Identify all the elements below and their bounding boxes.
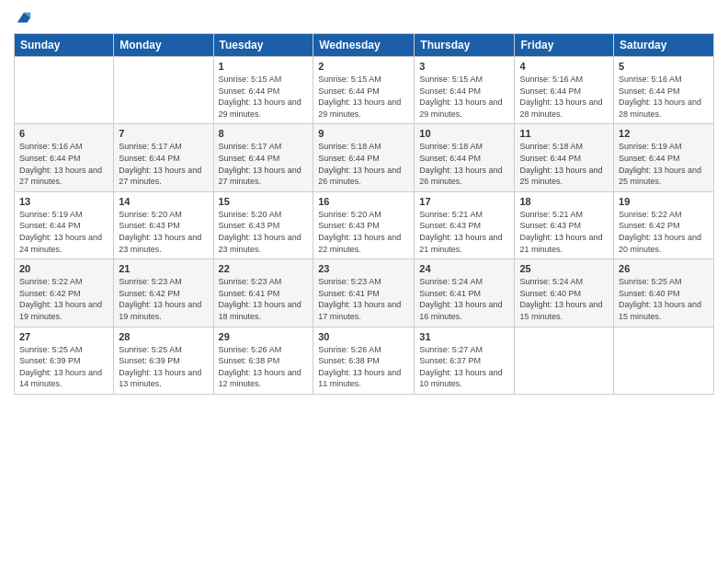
- day-number: 4: [519, 61, 609, 72]
- day-number: 17: [419, 196, 509, 207]
- calendar-cell: 21Sunrise: 5:23 AMSunset: 6:42 PMDayligh…: [114, 259, 213, 327]
- calendar-cell: 12Sunrise: 5:19 AMSunset: 6:44 PMDayligh…: [614, 124, 714, 191]
- day-number: 28: [119, 331, 208, 342]
- day-info: Sunrise: 5:19 AMSunset: 6:44 PMDaylight:…: [619, 141, 709, 187]
- day-info: Sunrise: 5:18 AMSunset: 6:44 PMDaylight:…: [419, 141, 509, 187]
- day-number: 2: [318, 61, 409, 72]
- day-info: Sunrise: 5:27 AMSunset: 6:37 PMDaylight:…: [419, 344, 509, 390]
- calendar-cell: [114, 57, 213, 124]
- weekday-header-thursday: Thursday: [415, 34, 515, 57]
- day-number: 30: [318, 331, 409, 342]
- day-number: 12: [619, 128, 709, 139]
- day-info: Sunrise: 5:20 AMSunset: 6:43 PMDaylight:…: [318, 209, 409, 255]
- calendar-cell: 18Sunrise: 5:21 AMSunset: 6:43 PMDayligh…: [515, 191, 614, 259]
- calendar-cell: [614, 327, 714, 394]
- weekday-header-tuesday: Tuesday: [213, 34, 313, 57]
- day-number: 18: [519, 196, 609, 207]
- day-number: 15: [219, 196, 309, 207]
- day-number: 25: [519, 263, 609, 274]
- day-info: Sunrise: 5:24 AMSunset: 6:41 PMDaylight:…: [419, 276, 509, 322]
- day-number: 7: [119, 128, 208, 139]
- day-number: 22: [219, 263, 309, 274]
- calendar-cell: 9Sunrise: 5:18 AMSunset: 6:44 PMDaylight…: [313, 124, 415, 191]
- calendar-cell: 2Sunrise: 5:15 AMSunset: 6:44 PMDaylight…: [313, 57, 415, 124]
- calendar-cell: 30Sunrise: 5:26 AMSunset: 6:38 PMDayligh…: [313, 327, 415, 394]
- calendar-cell: 16Sunrise: 5:20 AMSunset: 6:43 PMDayligh…: [313, 191, 415, 259]
- day-info: Sunrise: 5:21 AMSunset: 6:43 PMDaylight:…: [519, 209, 609, 255]
- day-info: Sunrise: 5:15 AMSunset: 6:44 PMDaylight:…: [318, 74, 409, 120]
- calendar-cell: 20Sunrise: 5:22 AMSunset: 6:42 PMDayligh…: [15, 259, 114, 327]
- weekday-header-wednesday: Wednesday: [313, 34, 415, 57]
- day-info: Sunrise: 5:17 AMSunset: 6:44 PMDaylight:…: [119, 141, 208, 187]
- day-info: Sunrise: 5:23 AMSunset: 6:42 PMDaylight:…: [119, 276, 208, 322]
- day-info: Sunrise: 5:25 AMSunset: 6:39 PMDaylight:…: [119, 344, 208, 390]
- day-number: 5: [619, 61, 709, 72]
- day-info: Sunrise: 5:16 AMSunset: 6:44 PMDaylight:…: [619, 74, 709, 120]
- calendar-cell: 22Sunrise: 5:23 AMSunset: 6:41 PMDayligh…: [213, 259, 313, 327]
- day-number: 1: [219, 61, 309, 72]
- calendar-cell: 19Sunrise: 5:22 AMSunset: 6:42 PMDayligh…: [614, 191, 714, 259]
- calendar-cell: 10Sunrise: 5:18 AMSunset: 6:44 PMDayligh…: [415, 124, 515, 191]
- calendar-cell: 8Sunrise: 5:17 AMSunset: 6:44 PMDaylight…: [213, 124, 313, 191]
- day-number: 8: [219, 128, 309, 139]
- day-number: 11: [519, 128, 609, 139]
- calendar-cell: 31Sunrise: 5:27 AMSunset: 6:37 PMDayligh…: [415, 327, 515, 394]
- day-info: Sunrise: 5:20 AMSunset: 6:43 PMDaylight:…: [119, 209, 208, 255]
- day-number: 26: [619, 263, 709, 274]
- calendar-cell: 27Sunrise: 5:25 AMSunset: 6:39 PMDayligh…: [15, 327, 114, 394]
- day-info: Sunrise: 5:16 AMSunset: 6:44 PMDaylight:…: [519, 74, 609, 120]
- day-info: Sunrise: 5:16 AMSunset: 6:44 PMDaylight:…: [19, 141, 108, 187]
- day-info: Sunrise: 5:23 AMSunset: 6:41 PMDaylight:…: [318, 276, 409, 322]
- day-number: 23: [318, 263, 409, 274]
- calendar-cell: 13Sunrise: 5:19 AMSunset: 6:44 PMDayligh…: [15, 191, 114, 259]
- day-info: Sunrise: 5:25 AMSunset: 6:40 PMDaylight:…: [619, 276, 709, 322]
- calendar-cell: 7Sunrise: 5:17 AMSunset: 6:44 PMDaylight…: [114, 124, 213, 191]
- calendar-cell: 15Sunrise: 5:20 AMSunset: 6:43 PMDayligh…: [213, 191, 313, 259]
- calendar-cell: [515, 327, 614, 394]
- weekday-header-friday: Friday: [515, 34, 614, 57]
- day-number: 13: [19, 196, 108, 207]
- day-number: 20: [19, 263, 108, 274]
- calendar-cell: 29Sunrise: 5:26 AMSunset: 6:38 PMDayligh…: [213, 327, 313, 394]
- day-info: Sunrise: 5:22 AMSunset: 6:42 PMDaylight:…: [619, 209, 709, 255]
- day-info: Sunrise: 5:21 AMSunset: 6:43 PMDaylight:…: [419, 209, 509, 255]
- weekday-header-sunday: Sunday: [15, 34, 114, 57]
- calendar-cell: 23Sunrise: 5:23 AMSunset: 6:41 PMDayligh…: [313, 259, 415, 327]
- day-number: 9: [318, 128, 409, 139]
- day-info: Sunrise: 5:24 AMSunset: 6:40 PMDaylight:…: [519, 276, 609, 322]
- day-number: 16: [318, 196, 409, 207]
- calendar-cell: 4Sunrise: 5:16 AMSunset: 6:44 PMDaylight…: [515, 57, 614, 124]
- day-number: 29: [219, 331, 309, 342]
- day-number: 24: [419, 263, 509, 274]
- day-info: Sunrise: 5:18 AMSunset: 6:44 PMDaylight:…: [519, 141, 609, 187]
- day-number: 19: [619, 196, 709, 207]
- day-info: Sunrise: 5:18 AMSunset: 6:44 PMDaylight:…: [318, 141, 409, 187]
- weekday-header-saturday: Saturday: [614, 34, 714, 57]
- calendar-cell: 11Sunrise: 5:18 AMSunset: 6:44 PMDayligh…: [515, 124, 614, 191]
- day-number: 10: [419, 128, 509, 139]
- calendar-cell: 3Sunrise: 5:15 AMSunset: 6:44 PMDaylight…: [415, 57, 515, 124]
- calendar-cell: 5Sunrise: 5:16 AMSunset: 6:44 PMDaylight…: [614, 57, 714, 124]
- day-info: Sunrise: 5:26 AMSunset: 6:38 PMDaylight:…: [219, 344, 309, 390]
- day-number: 27: [19, 331, 108, 342]
- day-info: Sunrise: 5:20 AMSunset: 6:43 PMDaylight:…: [219, 209, 309, 255]
- calendar-cell: 28Sunrise: 5:25 AMSunset: 6:39 PMDayligh…: [114, 327, 213, 394]
- day-number: 31: [419, 331, 509, 342]
- day-info: Sunrise: 5:22 AMSunset: 6:42 PMDaylight:…: [19, 276, 108, 322]
- calendar-cell: 26Sunrise: 5:25 AMSunset: 6:40 PMDayligh…: [614, 259, 714, 327]
- day-info: Sunrise: 5:15 AMSunset: 6:44 PMDaylight:…: [419, 74, 509, 120]
- logo-icon: [16, 9, 32, 26]
- calendar-cell: [15, 57, 114, 124]
- day-info: Sunrise: 5:19 AMSunset: 6:44 PMDaylight:…: [19, 209, 108, 255]
- day-info: Sunrise: 5:26 AMSunset: 6:38 PMDaylight:…: [318, 344, 409, 390]
- day-number: 14: [119, 196, 208, 207]
- calendar-cell: 1Sunrise: 5:15 AMSunset: 6:44 PMDaylight…: [213, 57, 313, 124]
- day-info: Sunrise: 5:23 AMSunset: 6:41 PMDaylight:…: [219, 276, 309, 322]
- day-number: 3: [419, 61, 509, 72]
- day-number: 21: [119, 263, 208, 274]
- day-number: 6: [19, 128, 108, 139]
- day-info: Sunrise: 5:17 AMSunset: 6:44 PMDaylight:…: [219, 141, 309, 187]
- calendar: SundayMondayTuesdayWednesdayThursdayFrid…: [14, 33, 714, 395]
- calendar-cell: 17Sunrise: 5:21 AMSunset: 6:43 PMDayligh…: [415, 191, 515, 259]
- calendar-cell: 25Sunrise: 5:24 AMSunset: 6:40 PMDayligh…: [515, 259, 614, 327]
